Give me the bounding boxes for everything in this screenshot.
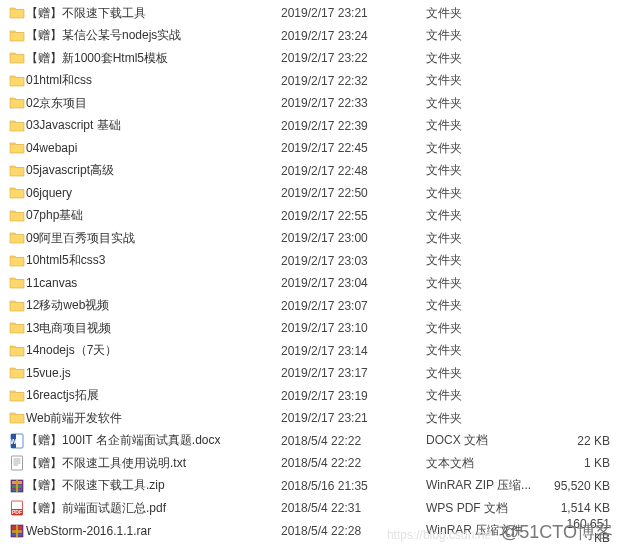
- file-name: 11canvas: [26, 276, 281, 290]
- file-name: 05javascript高级: [26, 162, 281, 179]
- file-date: 2019/2/17 22:39: [281, 119, 426, 133]
- file-name: 10html5和css3: [26, 252, 281, 269]
- file-size: 95,520 KB: [551, 479, 616, 493]
- file-row[interactable]: 【赠】前端面试题汇总.pdf2018/5/4 22:31WPS PDF 文档1,…: [0, 497, 621, 520]
- file-row[interactable]: 【赠】某信公某号nodejs实战2019/2/17 23:24文件夹: [0, 25, 621, 48]
- file-row[interactable]: 03Javascript 基础2019/2/17 22:39文件夹: [0, 115, 621, 138]
- file-row[interactable]: 【赠】不限速下载工具2019/2/17 23:21文件夹: [0, 2, 621, 25]
- folder-icon: [8, 163, 26, 179]
- file-name: 12移动web视频: [26, 297, 281, 314]
- file-type: 文件夹: [426, 342, 551, 359]
- file-name: WebStorm-2016.1.1.rar: [26, 524, 281, 538]
- file-row[interactable]: 12移动web视频2019/2/17 23:07文件夹: [0, 295, 621, 318]
- folder-icon: [8, 28, 26, 44]
- file-date: 2018/5/4 22:28: [281, 524, 426, 538]
- file-date: 2019/2/17 23:21: [281, 6, 426, 20]
- file-row[interactable]: 01html和css2019/2/17 22:32文件夹: [0, 70, 621, 93]
- file-row[interactable]: 【赠】不限速下载工具.zip2018/5/16 21:35WinRAR ZIP …: [0, 475, 621, 498]
- file-name: 【赠】新1000套Html5模板: [26, 50, 281, 67]
- file-row[interactable]: 11canvas2019/2/17 23:04文件夹: [0, 272, 621, 295]
- file-row[interactable]: 05javascript高级2019/2/17 22:48文件夹: [0, 160, 621, 183]
- file-type: 文件夹: [426, 162, 551, 179]
- file-row[interactable]: 06jquery2019/2/17 22:50文件夹: [0, 182, 621, 205]
- folder-icon: [8, 230, 26, 246]
- file-name: 06jquery: [26, 186, 281, 200]
- file-name: 【赠】不限速工具使用说明.txt: [26, 455, 281, 472]
- file-date: 2019/2/17 23:24: [281, 29, 426, 43]
- file-size: 1 KB: [551, 456, 616, 470]
- file-date: 2019/2/17 23:14: [281, 344, 426, 358]
- pdf-icon: [8, 500, 26, 516]
- file-date: 2019/2/17 23:03: [281, 254, 426, 268]
- folder-icon: [8, 298, 26, 314]
- file-type: 文件夹: [426, 230, 551, 247]
- file-date: 2018/5/4 22:31: [281, 501, 426, 515]
- txt-icon: [8, 455, 26, 471]
- file-type: 文件夹: [426, 387, 551, 404]
- file-size: 1,514 KB: [551, 501, 616, 515]
- file-row[interactable]: 【赠】100IT 名企前端面试真题.docx2018/5/4 22:22DOCX…: [0, 430, 621, 453]
- file-date: 2019/2/17 22:33: [281, 96, 426, 110]
- file-row[interactable]: 09阿里百秀项目实战2019/2/17 23:00文件夹: [0, 227, 621, 250]
- file-name: 【赠】某信公某号nodejs实战: [26, 27, 281, 44]
- file-row[interactable]: 【赠】新1000套Html5模板2019/2/17 23:22文件夹: [0, 47, 621, 70]
- file-date: 2019/2/17 23:19: [281, 389, 426, 403]
- folder-icon: [8, 50, 26, 66]
- file-name: 07php基础: [26, 207, 281, 224]
- file-name: 【赠】不限速下载工具.zip: [26, 477, 281, 494]
- file-row[interactable]: Web前端开发软件2019/2/17 23:21文件夹: [0, 407, 621, 430]
- file-type: 文件夹: [426, 27, 551, 44]
- file-date: 2019/2/17 23:00: [281, 231, 426, 245]
- folder-icon: [8, 5, 26, 21]
- file-type: WinRAR 压缩文件: [426, 522, 551, 539]
- file-row[interactable]: 13电商项目视频2019/2/17 23:10文件夹: [0, 317, 621, 340]
- file-name: 15vue.js: [26, 366, 281, 380]
- file-name: 03Javascript 基础: [26, 117, 281, 134]
- file-row[interactable]: 14nodejs（7天）2019/2/17 23:14文件夹: [0, 340, 621, 363]
- file-row[interactable]: 04webapi2019/2/17 22:45文件夹: [0, 137, 621, 160]
- file-type: DOCX 文档: [426, 432, 551, 449]
- file-type: 文件夹: [426, 252, 551, 269]
- rar-icon: [8, 523, 26, 539]
- file-date: 2019/2/17 23:07: [281, 299, 426, 313]
- file-name: 02京东项目: [26, 95, 281, 112]
- docx-icon: [8, 433, 26, 449]
- file-type: 文件夹: [426, 275, 551, 292]
- file-date: 2019/2/17 23:10: [281, 321, 426, 335]
- zip-icon: [8, 478, 26, 494]
- file-row[interactable]: 16reactjs拓展2019/2/17 23:19文件夹: [0, 385, 621, 408]
- file-type: 文件夹: [426, 185, 551, 202]
- file-name: 16reactjs拓展: [26, 387, 281, 404]
- file-type: 文件夹: [426, 5, 551, 22]
- file-name: 【赠】100IT 名企前端面试真题.docx: [26, 432, 281, 449]
- file-date: 2018/5/4 22:22: [281, 456, 426, 470]
- file-name: 14nodejs（7天）: [26, 342, 281, 359]
- file-row[interactable]: 【赠】不限速工具使用说明.txt2018/5/4 22:22文本文档1 KB: [0, 452, 621, 475]
- file-date: 2019/2/17 23:22: [281, 51, 426, 65]
- file-date: 2019/2/17 22:48: [281, 164, 426, 178]
- file-date: 2019/2/17 23:17: [281, 366, 426, 380]
- file-date: 2019/2/17 22:32: [281, 74, 426, 88]
- file-type: 文件夹: [426, 117, 551, 134]
- file-date: 2019/2/17 22:50: [281, 186, 426, 200]
- folder-icon: [8, 185, 26, 201]
- folder-icon: [8, 275, 26, 291]
- file-type: WinRAR ZIP 压缩...: [426, 477, 551, 494]
- file-row[interactable]: WebStorm-2016.1.1.rar2018/5/4 22:28WinRA…: [0, 520, 621, 543]
- folder-icon: [8, 388, 26, 404]
- file-row[interactable]: 15vue.js2019/2/17 23:17文件夹: [0, 362, 621, 385]
- file-row[interactable]: 02京东项目2019/2/17 22:33文件夹: [0, 92, 621, 115]
- file-type: 文件夹: [426, 72, 551, 89]
- file-type: 文件夹: [426, 320, 551, 337]
- file-row[interactable]: 07php基础2019/2/17 22:55文件夹: [0, 205, 621, 228]
- file-type: 文件夹: [426, 140, 551, 157]
- file-type: 文件夹: [426, 365, 551, 382]
- file-name: 01html和css: [26, 72, 281, 89]
- file-type: 文件夹: [426, 207, 551, 224]
- folder-icon: [8, 365, 26, 381]
- file-type: 文件夹: [426, 410, 551, 427]
- file-row[interactable]: 10html5和css32019/2/17 23:03文件夹: [0, 250, 621, 273]
- file-date: 2019/2/17 23:04: [281, 276, 426, 290]
- file-name: 04webapi: [26, 141, 281, 155]
- folder-icon: [8, 140, 26, 156]
